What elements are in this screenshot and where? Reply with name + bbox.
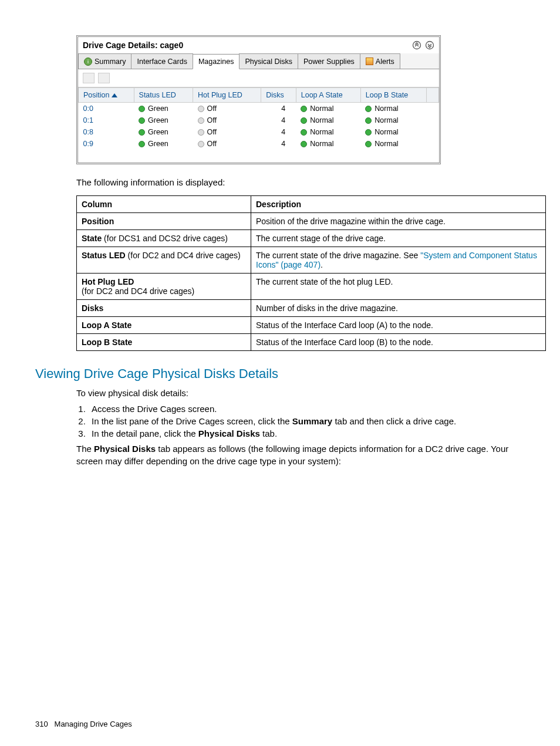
col-hot-plug[interactable]: Hot Plug LED (193, 88, 261, 103)
status-dot-green (365, 106, 372, 112)
tab-summary[interactable]: iSummary (78, 53, 131, 69)
status-dot-off (198, 129, 204, 136)
status-dot-green (139, 117, 145, 124)
section-heading: Viewing Drive Cage Physical Disks Detail… (35, 366, 525, 382)
cell-hot: Off (193, 114, 261, 126)
info-icon: i (84, 58, 92, 66)
cell-loop-a: Normal (296, 138, 360, 150)
col-label: State (for DCS1 and DCS2 drive cages) (77, 230, 251, 247)
col-desc: The current stage of the drive cage. (251, 230, 546, 247)
col-label: Status LED (for DC2 and DC4 drive cages) (77, 247, 251, 274)
col-loop-b[interactable]: Loop B State (360, 88, 426, 103)
col-spacer (426, 88, 438, 103)
status-dot-green (139, 106, 145, 112)
step-3: In the detail pane, click the Physical D… (88, 428, 525, 438)
col-desc: Status of the Interface Card loop (A) to… (251, 317, 546, 334)
step-1: Access the Drive Cages screen. (88, 404, 525, 414)
cell-position: 0:9 (79, 138, 134, 150)
cell-position: 0:1 (79, 114, 134, 126)
cell-loop-b: Normal (360, 138, 426, 150)
col-desc: The current state of the drive magazine.… (251, 247, 546, 274)
alert-icon (366, 58, 373, 65)
col-desc: The current state of the hot plug LED. (251, 274, 546, 300)
table-row[interactable]: 0:8 Green Off 4 Normal Normal (79, 126, 439, 138)
cell-position: 0:8 (79, 126, 134, 138)
tab-alerts[interactable]: Alerts (360, 53, 400, 69)
sort-asc-icon (112, 93, 117, 97)
cell-status: Green (134, 114, 193, 126)
col-label: Loop A State (82, 320, 131, 330)
col-label: Position (82, 217, 114, 226)
tab-interface-cards[interactable]: Interface Cards (131, 53, 193, 69)
intro-text: The following information is displayed: (76, 177, 525, 187)
cell-loop-b: Normal (360, 103, 426, 115)
cell-hot: Off (193, 103, 261, 115)
status-dot-green (301, 117, 307, 124)
header-description: Description (251, 196, 546, 213)
status-dot-green (365, 141, 372, 147)
col-desc: Status of the Interface Card loop (B) to… (251, 334, 546, 351)
cell-status: Green (134, 126, 193, 138)
status-dot-off (198, 106, 204, 112)
panel-title: Drive Cage Details: cage0 (83, 40, 183, 50)
step-2: In the list pane of the Drive Cages scre… (88, 416, 525, 426)
status-dot-green (139, 141, 145, 147)
col-loop-a[interactable]: Loop A State (296, 88, 360, 103)
header-column: Column (77, 196, 251, 213)
tab-power-supplies[interactable]: Power Supplies (298, 53, 360, 69)
toolbar-button-2[interactable] (98, 73, 110, 83)
col-label: Hot Plug LED(for DC2 and DC4 drive cages… (77, 274, 251, 300)
table-row[interactable]: 0:9 Green Off 4 Normal Normal (79, 138, 439, 150)
cell-disks: 4 (261, 103, 296, 115)
magazine-grid: Position Status LED Hot Plug LED Disks L… (78, 87, 439, 150)
description-table: Column Description Position Position of … (76, 195, 546, 351)
status-dot-green (139, 129, 145, 136)
collapse-down-icon[interactable] (425, 40, 434, 50)
cell-loop-b: Normal (360, 126, 426, 138)
cell-disks: 4 (261, 138, 296, 150)
cell-loop-a: Normal (296, 103, 360, 115)
collapse-up-icon[interactable] (412, 40, 421, 50)
col-desc: Position of the drive magazine within th… (251, 213, 546, 230)
steps-list: Access the Drive Cages screen. In the li… (88, 404, 525, 438)
status-dot-green (301, 106, 307, 112)
status-dot-off (198, 141, 204, 147)
cell-status: Green (134, 103, 193, 115)
section-lead: To view physical disk details: (76, 387, 525, 399)
cell-position: 0:0 (79, 103, 134, 115)
tabs: iSummary Interface Cards Magazines Physi… (78, 53, 439, 69)
table-row[interactable]: 0:1 Green Off 4 Normal Normal (79, 114, 439, 126)
cell-status: Green (134, 138, 193, 150)
trailing-para: The Physical Disks tab appears as follow… (76, 443, 525, 467)
cell-loop-a: Normal (296, 126, 360, 138)
status-dot-green (301, 129, 307, 136)
cell-hot: Off (193, 126, 261, 138)
toolbar (78, 69, 439, 87)
cell-disks: 4 (261, 126, 296, 138)
tab-physical-disks[interactable]: Physical Disks (239, 53, 298, 69)
col-label: Loop B State (82, 337, 132, 347)
col-disks[interactable]: Disks (261, 88, 296, 103)
status-dot-green (301, 141, 307, 147)
col-label: Disks (82, 303, 103, 313)
drive-cage-panel: Drive Cage Details: cage0 iSummary Inter… (76, 35, 441, 164)
status-dot-green (365, 117, 372, 124)
table-row[interactable]: 0:0 Green Off 4 Normal Normal (79, 103, 439, 115)
toolbar-button-1[interactable] (83, 73, 95, 83)
cell-loop-a: Normal (296, 114, 360, 126)
cell-disks: 4 (261, 114, 296, 126)
col-position[interactable]: Position (79, 88, 134, 103)
col-desc: Number of disks in the drive magazine. (251, 300, 546, 317)
col-status-led[interactable]: Status LED (134, 88, 193, 103)
tab-magazines[interactable]: Magazines (193, 54, 239, 69)
status-dot-off (198, 117, 204, 124)
cell-hot: Off (193, 138, 261, 150)
cell-loop-b: Normal (360, 114, 426, 126)
status-dot-green (365, 129, 372, 136)
panel-header: Drive Cage Details: cage0 (78, 37, 439, 53)
